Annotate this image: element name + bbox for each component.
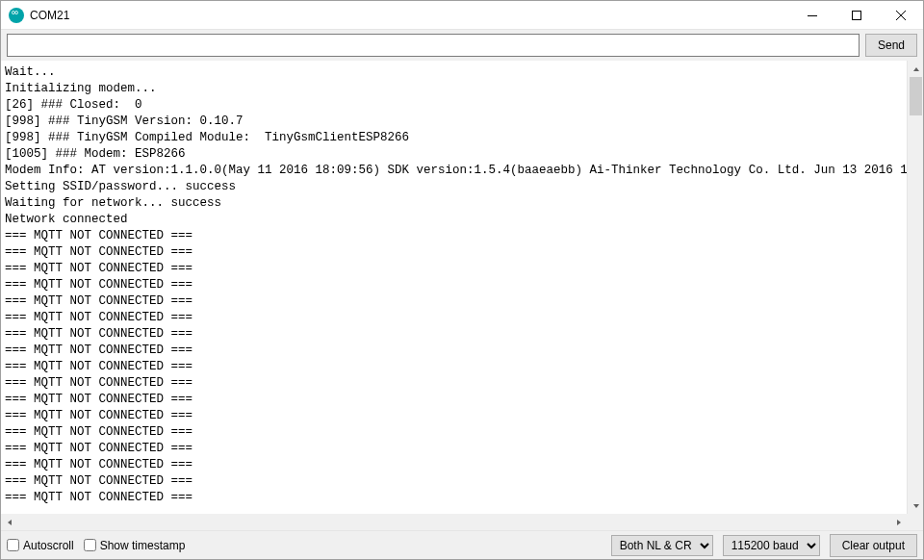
- scroll-thumb[interactable]: [910, 77, 922, 115]
- scroll-right-icon[interactable]: [890, 514, 907, 530]
- scroll-up-icon[interactable]: [908, 61, 924, 77]
- horizontal-scrollbar[interactable]: [1, 514, 907, 530]
- command-input[interactable]: [7, 34, 860, 57]
- title-bar: COM21: [1, 1, 923, 30]
- app-icon: [9, 8, 24, 23]
- line-ending-select[interactable]: Both NL & CR: [611, 535, 713, 556]
- baud-rate-select[interactable]: 115200 baud: [723, 535, 820, 556]
- minimize-button[interactable]: [790, 1, 834, 30]
- footer-bar: Autoscroll Show timestamp Both NL & CR 1…: [1, 530, 923, 559]
- svg-marker-4: [913, 67, 919, 71]
- scroll-left-icon[interactable]: [1, 514, 17, 530]
- close-button[interactable]: [879, 1, 923, 30]
- svg-rect-1: [853, 11, 861, 19]
- timestamp-label: Show timestamp: [100, 539, 186, 552]
- serial-monitor-window: COM21 Send Wait... Initializing modem...…: [0, 0, 924, 560]
- svg-marker-7: [897, 520, 901, 525]
- clear-output-button[interactable]: Clear output: [830, 534, 917, 557]
- console-output: Wait... Initializing modem... [26] ### C…: [1, 61, 907, 514]
- svg-marker-5: [913, 504, 919, 508]
- svg-rect-0: [808, 15, 817, 16]
- vertical-scrollbar[interactable]: [907, 61, 923, 514]
- window-title: COM21: [30, 9, 69, 22]
- send-button[interactable]: Send: [865, 34, 917, 57]
- autoscroll-input[interactable]: [7, 539, 19, 551]
- scroll-down-icon[interactable]: [908, 497, 924, 514]
- svg-marker-6: [8, 520, 12, 525]
- timestamp-input[interactable]: [84, 539, 96, 551]
- input-bar: Send: [1, 30, 923, 61]
- scroll-corner: [907, 514, 923, 530]
- autoscroll-label: Autoscroll: [23, 539, 74, 552]
- maximize-button[interactable]: [834, 1, 879, 30]
- timestamp-checkbox[interactable]: Show timestamp: [84, 539, 186, 552]
- autoscroll-checkbox[interactable]: Autoscroll: [7, 539, 74, 552]
